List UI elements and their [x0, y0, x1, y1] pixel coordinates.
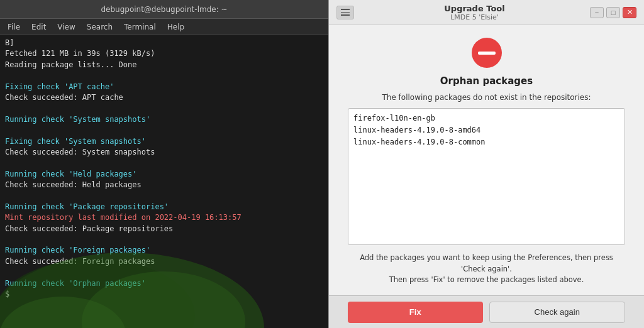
check-again-button[interactable]: Check again: [489, 302, 626, 323]
menu-search[interactable]: Search: [82, 21, 118, 33]
packages-list: firefox-l10n-en-gblinux-headers-4.19.0-8…: [348, 108, 625, 245]
minimize-button[interactable]: −: [590, 7, 604, 18]
terminal-line: Running check 'System snapshots': [5, 114, 323, 125]
terminal-menubar: File Edit View Search Terminal Help: [0, 19, 328, 35]
dialog-title-group: Upgrade Tool LMDE 5 'Elsie': [359, 4, 590, 21]
menu-icon-button[interactable]: [336, 6, 354, 19]
dialog-titlebar: Upgrade Tool LMDE 5 'Elsie' − □ ✕: [329, 0, 644, 25]
menu-view[interactable]: View: [52, 21, 80, 33]
terminal-line: Running check 'Orphan packages': [5, 278, 323, 289]
terminal-line: Fixing check 'APT cache': [5, 82, 323, 92]
terminal-title: debugpoint@debugpoint-lmde: ~: [101, 5, 227, 14]
terminal-pane: debugpoint@debugpoint-lmde: ~ File Edit …: [0, 0, 328, 328]
terminal-line: Running check 'Foreign packages': [5, 245, 323, 256]
terminal-line: $: [5, 289, 323, 300]
error-icon: [472, 38, 502, 68]
terminal-line: Check succeeded: System snapshots: [5, 147, 323, 158]
terminal-line: Fixing check 'System snapshots': [5, 136, 323, 147]
maximize-button[interactable]: □: [606, 7, 620, 18]
terminal-line: Check succeeded: Package repositories: [5, 224, 323, 234]
dialog-app-title: Upgrade Tool: [359, 4, 590, 13]
terminal-line: [5, 267, 323, 278]
dialog-instruction: Add the packages you want to keep using …: [348, 253, 625, 285]
terminal-line: Mint repository last modified on 2022-04…: [5, 212, 323, 223]
dialog-heading: Orphan packages: [440, 75, 533, 87]
instruction-line1: Add the packages you want to keep using …: [360, 253, 613, 273]
upgrade-dialog: Upgrade Tool LMDE 5 'Elsie' − □ ✕ Orphan…: [328, 0, 644, 328]
list-item: linux-headers-4.19.0-8-common: [353, 136, 619, 148]
terminal-line: B]: [5, 38, 323, 48]
terminal-output: B]Fetched 121 MB in 39s (3129 kB/s)Readi…: [0, 35, 328, 328]
fix-button[interactable]: Fix: [348, 302, 483, 323]
terminal-line: Fetched 121 MB in 39s (3129 kB/s): [5, 48, 323, 59]
terminal-line: Running check 'Package repositories': [5, 202, 323, 212]
window-controls: − □ ✕: [590, 7, 636, 18]
terminal-line: Check succeeded: Foreign packages: [5, 256, 323, 267]
terminal-line: [5, 103, 323, 114]
terminal-line: [5, 70, 323, 81]
terminal-line: [5, 158, 323, 168]
menu-file[interactable]: File: [3, 21, 25, 33]
dialog-app-subtitle: LMDE 5 'Elsie': [359, 13, 590, 21]
menu-help[interactable]: Help: [162, 21, 189, 33]
dialog-content: Orphan packages The following packages d…: [329, 25, 644, 295]
instruction-line2: Then press 'Fix' to remove the packages …: [389, 275, 584, 284]
terminal-line: [5, 190, 323, 201]
terminal-titlebar: debugpoint@debugpoint-lmde: ~: [0, 0, 328, 19]
list-item: linux-headers-4.19.0-8-amd64: [353, 124, 619, 136]
menu-terminal[interactable]: Terminal: [119, 21, 161, 33]
dialog-description: The following packages do not exist in t…: [382, 93, 591, 102]
terminal-line: Check succeeded: APT cache: [5, 92, 323, 103]
terminal-line: [5, 125, 323, 136]
terminal-line: Reading package lists... Done: [5, 60, 323, 70]
terminal-line: [5, 234, 323, 245]
menu-edit[interactable]: Edit: [26, 21, 51, 33]
dialog-footer: Fix Check again: [329, 295, 644, 328]
close-button[interactable]: ✕: [623, 7, 636, 18]
list-item: firefox-l10n-en-gb: [353, 112, 619, 124]
terminal-line: Running check 'Held packages': [5, 169, 323, 180]
terminal-line: Check succeeded: Held packages: [5, 180, 323, 190]
